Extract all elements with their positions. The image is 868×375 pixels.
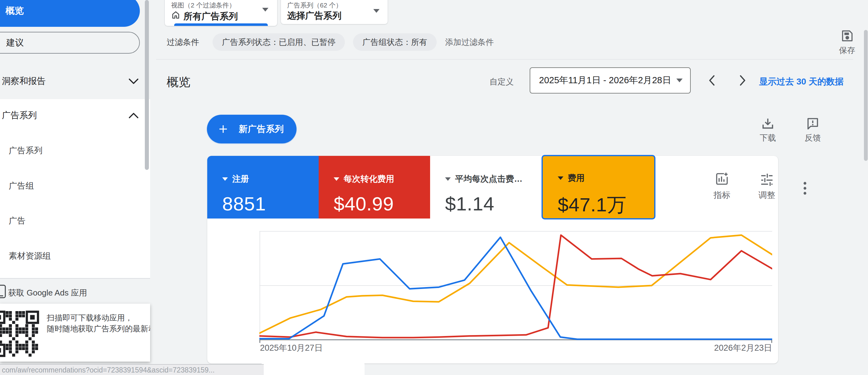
download-button[interactable]: 下载 [758, 117, 778, 143]
sidebar-divider [0, 278, 150, 279]
add-filter-button[interactable]: 添加过滤条件 [445, 37, 494, 48]
plus-icon [218, 124, 228, 134]
view-selector-label: 视图（2 个过滤条件） [171, 1, 236, 10]
sidebar-section-campaigns[interactable]: 广告系列 [2, 109, 139, 122]
download-icon [761, 117, 775, 130]
x-axis-end-label: 2026年2月23日 [671, 342, 772, 353]
sidebar-item-suggestions-label: 建议 [6, 37, 24, 48]
scorecard-value: $1.14 [445, 193, 542, 215]
sidebar-item-insights-label: 洞察和报告 [2, 75, 45, 87]
scorecard-caret-icon [445, 177, 451, 181]
download-label: 下载 [758, 133, 778, 143]
feedback-label: 反馈 [803, 133, 823, 143]
campaign-selector[interactable]: 广告系列（62 个） 选择广告系列 [281, 0, 388, 24]
app-promo-panel: 扫描即可下载移动应用， 随时随地获取广告系列的最新动态 [0, 304, 150, 362]
app-promo-line2: 随时随地获取广告系列的最新动态 [47, 323, 150, 334]
filter-row: 过滤条件 广告系列状态：已启用、已暂停 广告组状态：所有 添加过滤条件 [167, 33, 494, 51]
date-prev-button[interactable] [706, 74, 719, 87]
sidebar-item-asset-groups[interactable]: 素材资源组 [9, 250, 51, 262]
scorecard-caret-icon [334, 177, 339, 181]
scorecard-cost-per-conversion[interactable]: 每次转化费用 $40.99 [319, 156, 430, 218]
adjust-button[interactable]: 调整 [757, 172, 777, 201]
save-button-label: 保存 [832, 45, 863, 56]
phone-icon [0, 284, 6, 299]
scorecard-value: $47.1万 [558, 192, 654, 218]
chevron-up-icon [128, 112, 139, 119]
chevron-down-icon [128, 77, 139, 85]
scorecard-avg-cpc[interactable]: 平均每次点击费… $1.14 [430, 156, 542, 218]
dropdown-caret-icon [676, 78, 683, 82]
sidebar-section-campaigns-label: 广告系列 [2, 109, 37, 121]
metrics-label: 指标 [712, 190, 732, 201]
filter-chip-adgroup-status[interactable]: 广告组状态：所有 [353, 33, 437, 51]
save-icon [840, 29, 854, 42]
sidebar-item-ads[interactable]: 广告 [9, 215, 26, 226]
card-bottom-corner [261, 360, 365, 375]
feedback-button[interactable]: 反馈 [803, 117, 823, 143]
sidebar-item-campaigns[interactable]: 广告系列 [9, 145, 42, 156]
campaign-selector-value: 选择广告系列 [287, 10, 341, 22]
page-scrollbar[interactable] [864, 30, 868, 161]
scorecard-value: $40.99 [334, 193, 430, 215]
filter-chip-campaign-status[interactable]: 广告系列状态：已启用、已暂停 [213, 33, 345, 51]
qr-code [0, 310, 40, 357]
scorecard-label: 费用 [568, 172, 585, 183]
header-divider [156, 59, 853, 60]
page-title: 概览 [167, 74, 190, 90]
adjust-label: 调整 [757, 190, 777, 201]
home-icon [171, 10, 180, 20]
campaign-selector-label: 广告系列（62 个） [287, 1, 342, 10]
scorecard-caret-icon [222, 177, 228, 181]
sidebar-item-insights[interactable]: 洞察和报告 [2, 75, 139, 87]
new-campaign-button[interactable]: 新广告系列 [207, 115, 297, 143]
scorecard-label: 每次转化费用 [344, 173, 394, 184]
status-bar-url: com/aw/recommendations?ocid=7238391594&a… [0, 366, 215, 374]
sidebar-item-overview[interactable]: 概览 [0, 0, 140, 27]
sidebar-item-suggestions[interactable]: 建议 [0, 32, 140, 54]
scorecard-caret-icon [558, 176, 563, 180]
show-last-30-days-link[interactable]: 显示过去 30 天的数据 [759, 76, 844, 88]
dropdown-caret-icon [373, 9, 379, 13]
scorecard-label: 注册 [232, 173, 249, 184]
kebab-menu-icon [801, 179, 809, 198]
view-selector-value: 所有广告系列 [184, 10, 238, 23]
app-promo-line1: 扫描即可下载移动应用， [47, 312, 133, 323]
date-range-value: 2025年11月1日 - 2026年2月28日 [539, 74, 676, 87]
scorecard-signups[interactable]: 注册 8851 [207, 156, 319, 218]
chart-series-group [259, 235, 772, 339]
more-options-button[interactable] [801, 179, 809, 198]
save-button[interactable]: 保存 [832, 29, 863, 56]
scorecard-label: 平均每次点击费… [455, 173, 523, 184]
sliders-icon [760, 172, 774, 186]
x-axis-start-label: 2025年10月27日 [260, 342, 323, 353]
filter-row-label: 过滤条件 [167, 37, 199, 48]
feedback-icon [806, 117, 819, 130]
date-next-button[interactable] [735, 74, 748, 87]
scorecard-value: 8851 [222, 193, 319, 215]
sidebar-scrollbar[interactable] [145, 0, 149, 170]
app-promo-title: 获取 Google Ads 应用 [8, 287, 87, 298]
sidebar-item-ad-groups[interactable]: 广告组 [9, 180, 34, 192]
view-selector-active-bar [174, 23, 268, 26]
new-campaign-label: 新广告系列 [239, 123, 284, 135]
dropdown-caret-icon [262, 8, 269, 11]
sidebar-item-overview-label: 概览 [6, 5, 24, 17]
status-bar: com/aw/recommendations?ocid=7238391594&a… [0, 364, 264, 375]
metrics-button[interactable]: 指标 [712, 172, 732, 201]
date-mode-label: 自定义 [489, 76, 514, 87]
scorecard-cost[interactable]: 费用 $47.1万 [541, 155, 655, 219]
date-range-picker[interactable]: 2025年11月1日 - 2026年2月28日 [530, 67, 691, 94]
view-selector[interactable]: 视图（2 个过滤条件） 所有广告系列 [164, 0, 277, 26]
overview-chart[interactable] [259, 230, 772, 346]
metrics-chart-icon [715, 172, 729, 186]
